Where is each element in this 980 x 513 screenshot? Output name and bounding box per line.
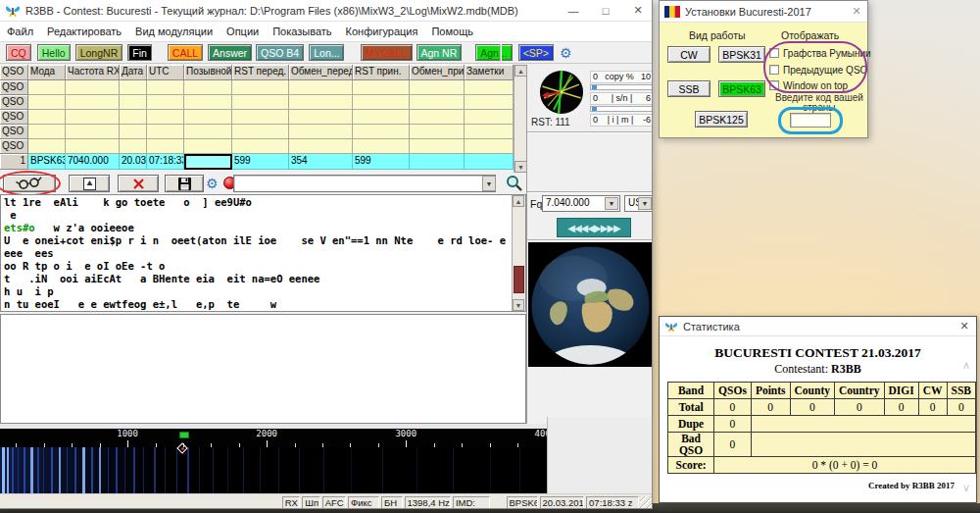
checkbox-icon[interactable] (769, 65, 779, 75)
log-cell[interactable] (410, 95, 465, 110)
column-header[interactable]: Обмен_прин. (410, 65, 465, 80)
checkbox-window-on-top[interactable]: Window on top (769, 79, 848, 91)
macro-settings-gear-icon[interactable]: ⚙ (560, 45, 572, 61)
magnifier-icon[interactable] (506, 175, 523, 192)
log-cell[interactable] (232, 110, 289, 125)
checkbox-icon[interactable] (769, 80, 779, 90)
search-gear-icon[interactable]: ⚙ (206, 176, 219, 191)
combobox-arrow-icon[interactable]: ▼ (605, 197, 618, 210)
log-cell[interactable] (353, 110, 410, 125)
log-cell[interactable] (147, 125, 184, 139)
log-cell[interactable] (120, 125, 147, 139)
log-table-scrollbar[interactable]: ▲ ▼ (514, 65, 526, 173)
log-cell[interactable] (147, 110, 184, 125)
log-cell[interactable] (353, 95, 410, 110)
macro-button[interactable]: Fin (127, 44, 152, 61)
log-cell[interactable] (28, 80, 66, 95)
rx-scrollbar[interactable]: ▲ ▼ (512, 195, 525, 311)
log-cell[interactable] (184, 125, 232, 139)
column-header[interactable]: QSO (0, 65, 28, 80)
log-cell[interactable] (28, 125, 66, 139)
log-cell[interactable] (232, 80, 289, 95)
macro-button[interactable]: Hello (37, 44, 71, 61)
scroll-up-icon[interactable]: ▲ (513, 195, 524, 207)
macro-button[interactable]: Agn... (475, 44, 512, 61)
log-cell[interactable] (66, 80, 120, 95)
menu-item[interactable]: Показывать (272, 26, 331, 37)
log-cell[interactable] (184, 80, 232, 95)
band-up-arrows-icon[interactable]: ▶▶▶▶ (594, 223, 620, 233)
main-titlebar[interactable]: R3BB - Contest: Bucuresti - Текущий журн… (0, 0, 652, 22)
column-header[interactable]: Обмен_перед. (289, 65, 353, 80)
macro-button[interactable]: QSO B4 (256, 44, 304, 61)
log-cell[interactable] (184, 95, 232, 110)
log-cell[interactable] (465, 125, 514, 139)
status-field[interactable]: IMD: (453, 496, 490, 509)
column-header[interactable]: RST прин. (353, 65, 410, 80)
checkbox-previous-qso[interactable]: Предыдущие QSO (769, 64, 867, 76)
log-cell[interactable] (28, 139, 66, 154)
mode-button-bpsk63-active[interactable]: BPSK63 (718, 80, 765, 97)
macro-button[interactable]: CALL (168, 44, 203, 61)
frequency-combobox[interactable]: 7.040.000 ▼ (542, 195, 620, 212)
macro-button[interactable]: Answer (208, 44, 252, 61)
combobox-arrow-icon[interactable]: ▼ (482, 176, 496, 191)
log-cell[interactable] (289, 125, 353, 139)
mode-button-cw[interactable]: CW (667, 46, 710, 63)
column-header[interactable]: Дата (120, 65, 147, 80)
log-cell[interactable] (66, 95, 120, 110)
log-cell[interactable] (120, 139, 147, 154)
delete-qso-button[interactable] (118, 175, 159, 192)
checkbox-icon[interactable] (769, 48, 779, 58)
log-cell[interactable] (120, 95, 147, 110)
maximize-button[interactable]: □ (592, 0, 619, 21)
status-field[interactable]: Фикс (348, 496, 379, 509)
log-cell[interactable] (465, 154, 514, 170)
frequency-ruler[interactable]: 1000200030004000 (0, 429, 547, 447)
log-cell[interactable]: 599 (232, 154, 289, 170)
log-cell[interactable] (465, 110, 514, 125)
log-cell[interactable] (410, 139, 465, 154)
callsign-search-combobox[interactable] (233, 175, 496, 192)
status-field[interactable]: 07:18:33 z (586, 496, 639, 509)
resize-grip[interactable] (640, 496, 653, 509)
menu-item[interactable]: Вид модуляции (135, 26, 213, 37)
log-cell[interactable] (184, 139, 232, 154)
band-down-arrows-icon[interactable]: ◀◀◀◀ (567, 223, 594, 233)
log-cell[interactable] (28, 110, 66, 125)
menu-item[interactable]: Опции (226, 26, 259, 37)
log-cell[interactable] (184, 154, 232, 170)
log-cell[interactable] (120, 110, 147, 125)
search-log-button[interactable] (3, 175, 56, 192)
log-cell[interactable] (353, 139, 410, 154)
log-cell[interactable] (289, 80, 353, 95)
status-field[interactable]: БН (381, 496, 402, 509)
mode-button-ssb[interactable]: SSB (667, 80, 710, 97)
log-cell[interactable] (66, 139, 120, 154)
scroll-up-icon[interactable]: ∧ (962, 359, 970, 372)
rx-decoded-pane[interactable]: lt 1re eAli k go toete o ] ee9U#o eets#o… (0, 194, 526, 312)
log-cell[interactable] (184, 110, 232, 125)
log-cell[interactable]: BPSK63 (28, 154, 66, 170)
log-cell[interactable] (353, 125, 410, 139)
spectrum-area[interactable] (0, 447, 547, 495)
macro-button[interactable]: <SP> (518, 44, 554, 61)
macro-button[interactable]: MYCALL (361, 44, 412, 61)
log-cell[interactable] (465, 139, 514, 154)
status-field[interactable]: Шп (302, 496, 320, 509)
save-qso-button[interactable] (165, 175, 204, 192)
log-cell[interactable]: 07:18:33 (147, 154, 184, 170)
status-field[interactable]: BPSK63 (507, 496, 538, 509)
column-header[interactable]: Мода (28, 65, 66, 80)
column-header[interactable]: UTC (147, 65, 184, 80)
macro-button[interactable]: Agn NR (416, 44, 463, 61)
log-cell[interactable]: 599 (353, 154, 410, 170)
close-button[interactable]: ✕ (953, 316, 976, 336)
country-code-input[interactable] (790, 113, 831, 128)
log-cell[interactable] (410, 125, 465, 139)
log-cell[interactable] (120, 80, 147, 95)
log-cell[interactable] (232, 125, 289, 139)
menu-item[interactable]: Конфигурация (346, 26, 418, 37)
macro-button[interactable]: Lon... (309, 44, 344, 61)
log-cell[interactable] (147, 139, 184, 154)
